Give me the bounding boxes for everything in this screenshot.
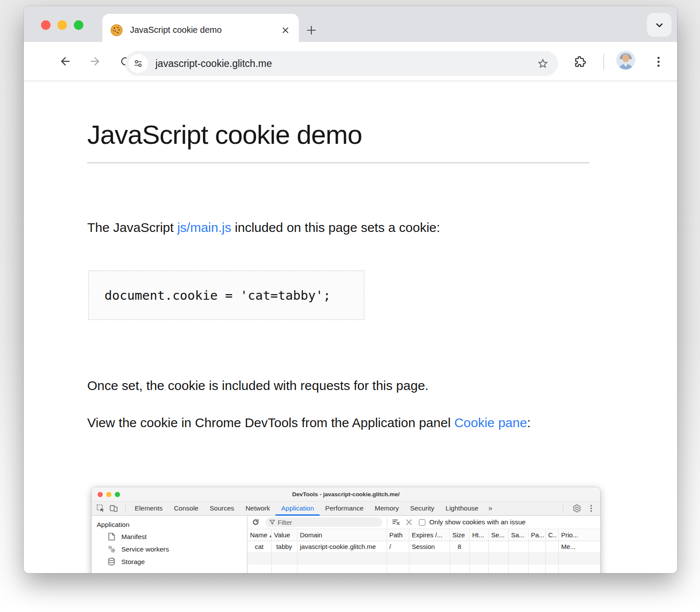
- maximize-window-button[interactable]: [74, 20, 83, 30]
- tune-icon: [133, 58, 143, 69]
- empty-row: [247, 552, 600, 564]
- device-toolbar-icon: [109, 504, 118, 513]
- page-title: JavaScript cookie demo: [87, 119, 362, 150]
- issue-checkbox-label: Only show cookies with an issue: [429, 518, 526, 526]
- sidebar-section-application: Application: [92, 519, 247, 530]
- devtools-divider: [563, 504, 563, 513]
- browser-window: JavaScript cookie demo: [24, 6, 677, 573]
- tab-close-icon[interactable]: [280, 25, 291, 36]
- devtools-titlebar: DevTools - javascript-cookie.glitch.me/: [92, 487, 600, 501]
- col-header-name: Name▲: [247, 529, 271, 541]
- extensions-button[interactable]: [573, 55, 587, 69]
- cell-domain: javascript-cookie.glitch.me: [297, 541, 386, 552]
- col-header-priority: Prio...: [558, 529, 600, 541]
- devtools-maximize-icon: [115, 492, 120, 497]
- profile-avatar[interactable]: [616, 51, 635, 70]
- delete-all-icon: [404, 517, 414, 527]
- toolbar-divider: [603, 54, 604, 70]
- minimize-window-button[interactable]: [57, 20, 67, 30]
- devtools-minimize-icon: [106, 492, 111, 497]
- three-dot-menu-icon: [652, 55, 665, 68]
- cell-name: cat: [247, 541, 271, 552]
- col-header-c: C..: [545, 529, 558, 541]
- devtools-menu-icon: [587, 504, 595, 513]
- cookie-row: cat tabby javascript-cookie.glitch.me / …: [247, 541, 600, 552]
- cell-httponly: [469, 541, 488, 552]
- inspect-element-icon: [96, 504, 105, 513]
- cell-c: [545, 541, 558, 552]
- paragraph-text: View the cookie in Chrome DevTools from …: [87, 415, 454, 430]
- cell-path: /: [386, 541, 409, 552]
- sidebar-item-label: Service workers: [121, 545, 169, 553]
- col-header-secure: Se...: [488, 529, 508, 541]
- cookies-toolbar: Only show cookies with an issue: [247, 516, 600, 529]
- paragraph-text: :: [527, 415, 530, 430]
- cell-partition: [528, 541, 545, 552]
- tab-search-button[interactable]: [647, 13, 671, 37]
- issue-checkbox: [419, 519, 425, 526]
- devtools-tab-bar: Elements Console Sources Network Applica…: [92, 501, 600, 516]
- col-header-value: Value: [271, 529, 297, 541]
- page-content: JavaScript cookie demo The JavaScript js…: [24, 81, 677, 573]
- refresh-icon: [251, 517, 260, 527]
- toolbar-divider: [387, 518, 387, 526]
- sidebar-item-service-workers: Service workers: [92, 543, 247, 555]
- devtools-tab-network: Network: [240, 501, 276, 516]
- devtools-close-icon: [98, 492, 103, 497]
- cell-expires: Session: [409, 541, 450, 552]
- cookie-favicon-icon: [110, 24, 123, 37]
- cell-secure: [488, 541, 508, 552]
- browser-toolbar: javascript-cookie.glitch.me: [24, 42, 677, 81]
- forward-button[interactable]: [88, 54, 102, 68]
- col-header-partition: Pa...: [528, 529, 545, 541]
- file-icon: [107, 533, 116, 541]
- sort-ascending-icon: ▲: [269, 534, 271, 538]
- table-header-row: Name▲ Value Domain Path Expires /... Siz…: [247, 529, 600, 541]
- devtools-window-title: DevTools - javascript-cookie.glitch.me/: [292, 491, 400, 498]
- sidebar-item-label: Storage: [121, 558, 145, 566]
- bookmark-button[interactable]: [536, 57, 549, 70]
- clear-filter-icon: [391, 517, 401, 527]
- database-icon: [107, 558, 116, 566]
- devtools-screenshot: DevTools - javascript-cookie.glitch.me/: [92, 487, 600, 573]
- devtools-sidebar: Application Manifest: [92, 516, 247, 573]
- new-tab-button[interactable]: [304, 22, 319, 38]
- devtools-tab-elements: Elements: [129, 501, 168, 516]
- paragraph-text: included on this page sets a cookie:: [231, 220, 440, 235]
- url-text: javascript-cookie.glitch.me: [155, 58, 536, 70]
- back-button[interactable]: [58, 54, 72, 68]
- devtools-cookies-panel: Only show cookies with an issue Name▲ Va…: [247, 516, 600, 573]
- horizontal-rule: [87, 162, 589, 163]
- col-header-path: Path: [386, 529, 409, 541]
- paragraph-view-cookie: View the cookie in Chrome DevTools from …: [87, 411, 536, 434]
- browser-tab[interactable]: JavaScript cookie demo: [102, 14, 299, 42]
- site-settings-chip[interactable]: [129, 54, 148, 73]
- devtools-tab-security: Security: [405, 501, 440, 516]
- devtools-tab-memory: Memory: [369, 501, 405, 516]
- col-header-samesite: Sa...: [508, 529, 528, 541]
- cookie-filter-field: [266, 517, 382, 527]
- code-block: document.cookie = 'cat=tabby';: [88, 270, 364, 320]
- devtools-settings-gear-icon: [573, 504, 581, 513]
- funnel-icon: [269, 520, 275, 525]
- cell-samesite: [508, 541, 528, 552]
- close-window-button[interactable]: [41, 20, 51, 30]
- cell-size: 8: [450, 541, 469, 552]
- code-text: document.cookie = 'cat=tabby';: [105, 288, 331, 303]
- browser-menu-button[interactable]: [652, 55, 665, 68]
- main-js-link[interactable]: js/main.js: [177, 220, 231, 235]
- tab-title: JavaScript cookie demo: [130, 25, 280, 35]
- cell-value: tabby: [271, 541, 297, 552]
- gears-icon: [107, 545, 116, 554]
- more-tabs-icon: »: [484, 504, 497, 513]
- cookie-pane-link[interactable]: Cookie pane: [454, 415, 527, 430]
- empty-row: [247, 564, 600, 573]
- sidebar-item-manifest: Manifest: [92, 530, 247, 543]
- chevron-down-icon: [654, 20, 665, 30]
- col-header-expires: Expires /...: [409, 529, 450, 541]
- devtools-tab-application: Application: [276, 501, 320, 516]
- address-bar[interactable]: javascript-cookie.glitch.me: [125, 51, 558, 76]
- col-header-size: Size: [450, 529, 469, 541]
- devtools-divider: [125, 504, 126, 513]
- puzzle-icon: [573, 55, 587, 69]
